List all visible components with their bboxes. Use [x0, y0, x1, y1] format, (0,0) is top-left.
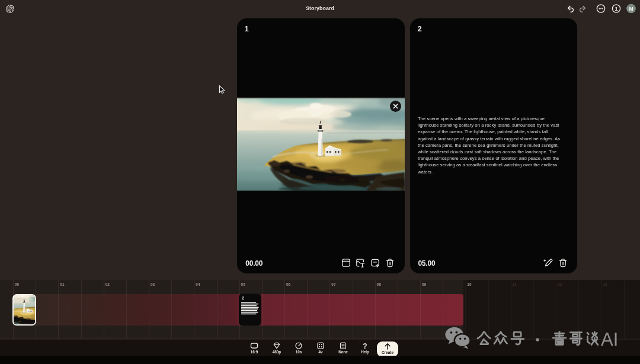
svg-text:AI: AI — [601, 329, 618, 350]
svg-text:?: ? — [363, 342, 367, 350]
svg-text:M: M — [629, 6, 633, 12]
svg-text:1: 1 — [615, 6, 617, 12]
